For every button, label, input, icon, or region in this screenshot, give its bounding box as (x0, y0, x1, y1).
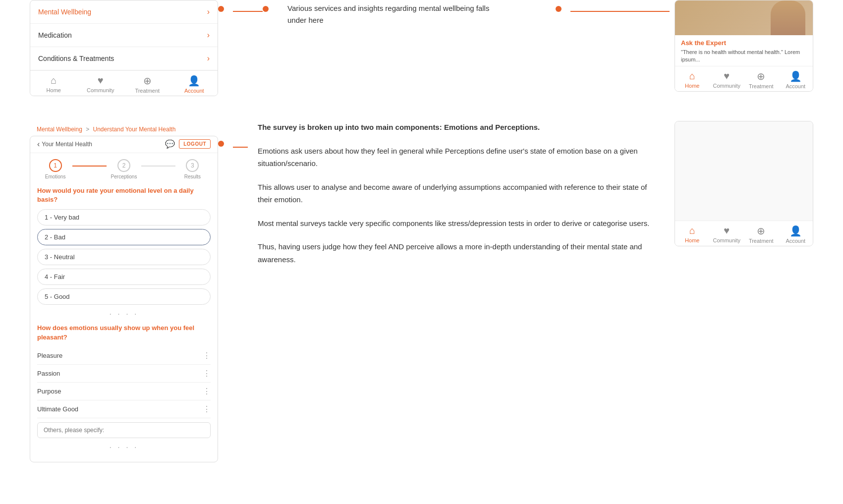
bnav-home-right-top[interactable]: ⌂ Home (675, 70, 710, 89)
nav-item-mental-wellbeing[interactable]: Mental Wellbeing › (30, 0, 218, 24)
back-arrow-icon: ‹ (37, 140, 40, 149)
bnav-community-label-left: Community (87, 87, 114, 93)
option-neutral[interactable]: 3 - Neutral (37, 249, 211, 265)
connector-dot-left (218, 6, 224, 12)
dots-separator-2: · · · · (37, 443, 211, 452)
back-label: Your Mental Health (42, 141, 92, 148)
ask-expert-title: Ask the Expert (681, 39, 807, 47)
bnav-account-rb[interactable]: 👤 Account (779, 225, 813, 244)
step-perceptions: 2 Perceptions (107, 159, 141, 179)
spacer (0, 101, 843, 116)
back-button[interactable]: ‹ Your Mental Health (37, 140, 92, 149)
top-line (233, 11, 263, 12)
step-circle-1: 1 (49, 159, 62, 172)
bnav-account-left[interactable]: 👤 Account (171, 75, 218, 94)
checkbox-dots-ultimate: ⋮ (203, 404, 211, 414)
header-icons: 💬 LOGOUT (165, 139, 211, 149)
treatment-icon-rb: ⊕ (757, 225, 765, 237)
checkbox-purpose[interactable]: Purpose ⋮ (37, 383, 211, 400)
bottom-connector (218, 121, 233, 147)
bnav-treatment-rb[interactable]: ⊕ Treatment (744, 225, 779, 244)
option-fair[interactable]: 4 - Fair (37, 269, 211, 285)
bnav-community-rb[interactable]: ♥ Community (710, 225, 744, 244)
desc-para-1: The survey is broken up into two main co… (258, 121, 660, 134)
bnav-treatment-rt[interactable]: ⊕ Treatment (744, 70, 779, 89)
connector-dot-right (263, 6, 269, 12)
right-phone-mockup-2: ⌂ Home ♥ Community ⊕ Treatment 👤 Account (674, 121, 813, 246)
checkbox-pleasure[interactable]: Pleasure ⋮ (37, 347, 211, 365)
bnav-home-left[interactable]: ⌂ Home (30, 75, 77, 94)
community-icon-rb: ♥ (724, 225, 730, 236)
ask-expert-quote: "There is no health without mental healt… (681, 49, 807, 64)
bnav-community-rt[interactable]: ♥ Community (710, 70, 744, 89)
bottom-nav-right-bottom: ⌂ Home ♥ Community ⊕ Treatment 👤 Account (675, 221, 813, 246)
step-circle-2: 2 (117, 159, 130, 172)
nav-list: Mental Wellbeing › Medication › Conditio… (30, 0, 218, 70)
bottom-nav-left: ⌂ Home ♥ Community ⊕ Treatment 👤 Account (30, 70, 218, 96)
bnav-home-label-rt: Home (685, 83, 699, 89)
bottom-left-phone-col: Mental Wellbeing > Understand Your Menta… (30, 121, 218, 462)
right-phone-mockup: Ask the Expert "There is no health witho… (674, 0, 813, 92)
dots-separator-1: · · · · (37, 310, 211, 319)
right-orange-dot (556, 6, 562, 12)
survey-content: How would you rate your emotional level … (30, 181, 218, 462)
ask-expert-section: Ask the Expert "There is no health witho… (675, 35, 813, 66)
chevron-conditions: › (207, 54, 210, 63)
bottom-connector-dot (218, 141, 224, 147)
nav-item-medication[interactable]: Medication › (30, 24, 218, 47)
bnav-treatment-left[interactable]: ⊕ Treatment (124, 75, 171, 94)
community-icon-rt: ♥ (724, 70, 730, 82)
home-icon-rb: ⌂ (689, 225, 695, 236)
left-phone-mockup-2: ‹ Your Mental Health 💬 LOGOUT 1 Emotion (30, 136, 218, 462)
desc-para-5: Thus, having users judge how they feel A… (258, 240, 660, 266)
question1-label: How would you rate your emotional level … (37, 186, 211, 204)
ask-expert-image (675, 0, 813, 35)
account-icon-left: 👤 (188, 75, 200, 87)
chevron-mental-wellbeing: › (207, 7, 210, 16)
body-silhouette (771, 0, 805, 35)
bnav-treatment-label-rb: Treatment (749, 238, 774, 244)
bnav-account-label-rb: Account (786, 238, 805, 244)
step-results: 3 Results (175, 159, 210, 179)
bnav-home-label-left: Home (47, 87, 61, 93)
checkbox-dots-passion: ⋮ (203, 369, 211, 378)
nav-label-conditions: Conditions & Treatments (38, 55, 114, 62)
progress-steps: 1 Emotions 2 Perceptions 3 (30, 153, 218, 181)
bottom-line (233, 147, 248, 148)
option-good[interactable]: 5 - Good (37, 288, 211, 305)
others-input[interactable] (37, 422, 211, 438)
breadcrumb-part2: Understand Your Mental Health (93, 126, 176, 133)
option-bad[interactable]: 2 - Bad (37, 229, 211, 245)
community-icon-left: ♥ (98, 75, 104, 86)
bottom-section-row: Mental Wellbeing > Understand Your Menta… (0, 116, 843, 467)
bnav-community-label-rt: Community (713, 83, 740, 89)
option-very-bad[interactable]: 1 - Very bad (37, 209, 211, 225)
checkbox-dots-purpose: ⋮ (203, 387, 211, 396)
bnav-home-label-rb: Home (685, 237, 699, 243)
chevron-medication: › (207, 31, 210, 40)
desc-para-3: This allows user to analyse and become a… (258, 181, 660, 206)
bnav-treatment-label-left: Treatment (135, 88, 160, 94)
breadcrumb: Mental Wellbeing > Understand Your Menta… (30, 121, 218, 136)
nav-item-conditions[interactable]: Conditions & Treatments › (30, 47, 218, 70)
bnav-account-rt[interactable]: 👤 Account (779, 70, 813, 89)
home-icon-rt: ⌂ (689, 70, 695, 82)
chat-icon[interactable]: 💬 (165, 139, 175, 149)
checkbox-ultimate-good[interactable]: Ultimate Good ⋮ (37, 400, 211, 418)
step-label-results: Results (184, 174, 201, 179)
step-line-2 (141, 166, 175, 167)
nav-label-medication: Medication (38, 31, 72, 39)
logout-button[interactable]: LOGOUT (179, 139, 211, 149)
bottom-nav-right-top: ⌂ Home ♥ Community ⊕ Treatment 👤 Account (675, 66, 813, 91)
right-phone-content-area (675, 121, 813, 221)
bnav-community-label-rb: Community (713, 237, 740, 243)
account-icon-rt: 👤 (789, 70, 802, 82)
top-right-phone: Ask the Expert "There is no health witho… (674, 0, 813, 92)
desc-para-4: Most mental surveys tackle very specific… (258, 217, 660, 230)
bnav-home-rb[interactable]: ⌂ Home (675, 225, 710, 244)
bnav-community-left[interactable]: ♥ Community (77, 75, 124, 94)
breadcrumb-part1: Mental Wellbeing (37, 126, 82, 133)
checkbox-passion[interactable]: Passion ⋮ (37, 365, 211, 383)
nav-label-mental-wellbeing: Mental Wellbeing (38, 8, 91, 16)
step-emotions: 1 Emotions (38, 159, 72, 179)
